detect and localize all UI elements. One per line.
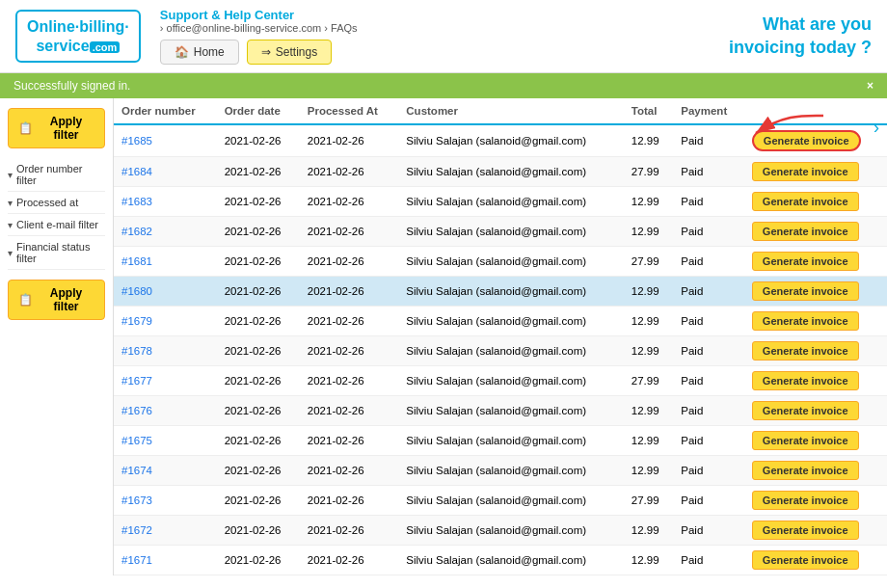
payment-cell: Paid [673,187,744,217]
close-success-button[interactable]: × [867,79,874,93]
generate-invoice-button[interactable]: Generate invoice [752,341,859,361]
order-link[interactable]: #1680 [121,285,152,297]
order-link[interactable]: #1672 [121,524,152,536]
generate-invoice-button[interactable]: Generate invoice [752,311,859,331]
support-email-link[interactable]: office@online-billing-service.com [167,22,322,34]
payment-cell: Paid [673,366,744,396]
chevron-right-button[interactable]: › [874,118,879,138]
payment-cell: Paid [673,157,744,187]
order-date-cell: 2021-02-26 [217,546,300,575]
order-number-filter[interactable]: Order number filter [8,158,105,192]
action-cell: Generate invoice [744,486,887,516]
table-row: #16832021-02-262021-02-26Silviu Salajan … [114,187,887,217]
total-cell: 12.99 [624,426,674,456]
settings-label: Settings [276,45,317,59]
action-cell: Generate invoice [744,187,887,217]
payment-cell: Paid [673,426,744,456]
order-id-cell: #1676 [114,396,217,426]
orders-table: Order number Order date Processed At Cus… [114,98,887,575]
generate-invoice-button[interactable]: Generate invoice [752,491,859,510]
order-link[interactable]: #1671 [121,554,152,566]
table-row: #16752021-02-262021-02-26Silviu Salajan … [114,426,887,456]
financial-status-filter-label: Financial status filter [16,241,105,264]
action-cell: Generate invoice [744,307,887,336]
table-row: #16732021-02-262021-02-26Silviu Salajan … [114,486,887,516]
order-id-cell: #1672 [114,516,217,546]
sidebar: 📋 Apply filter Order number filter Proce… [0,98,114,575]
client-email-filter-label: Client e-mail filter [16,219,98,230]
order-id-cell: #1677 [114,366,217,396]
order-id-cell: #1683 [114,187,217,217]
payment-cell: Paid [673,247,744,277]
table-row: #16812021-02-262021-02-26Silviu Salajan … [114,247,887,277]
payment-cell: Paid [673,307,744,336]
order-link[interactable]: #1682 [121,226,152,237]
col-order-number: Order number [114,98,217,124]
payment-cell: Paid [673,486,744,516]
order-link[interactable]: #1683 [121,196,152,207]
payment-cell: Paid [673,336,744,366]
order-link[interactable]: #1684 [121,166,152,177]
generate-invoice-button[interactable]: Generate invoice [752,162,859,181]
total-cell: 27.99 [624,247,674,277]
col-payment: Payment [673,98,744,124]
generate-invoice-button[interactable]: Generate invoice [752,281,859,301]
generate-invoice-button[interactable]: Generate invoice [752,252,859,271]
apply-filter-button-top[interactable]: 📋 Apply filter [8,108,105,148]
generate-invoice-button[interactable]: Generate invoice [752,130,861,151]
order-id-cell: #1681 [114,247,217,277]
action-cell: Generate invoice [744,336,887,366]
table-row: #16842021-02-262021-02-26Silviu Salajan … [114,157,887,187]
processed-at-filter[interactable]: Processed at [8,192,105,214]
order-date-cell: 2021-02-26 [217,396,300,426]
generate-invoice-button[interactable]: Generate invoice [752,550,859,570]
order-link[interactable]: #1678 [121,345,152,357]
customer-cell: Silviu Salajan (salanoid@gmail.com) [398,396,623,426]
filter-icon-top: 📋 [18,121,33,135]
home-label: Home [194,45,225,59]
processed-at-filter-label: Processed at [16,197,78,208]
action-cell: Generate invoice [744,426,887,456]
total-cell: 12.99 [624,277,674,307]
order-link[interactable]: #1674 [121,465,152,476]
client-email-filter[interactable]: Client e-mail filter [8,214,105,236]
order-id-cell: #1674 [114,456,217,486]
logo-com: .com [90,41,121,53]
order-link[interactable]: #1679 [121,315,152,327]
generate-invoice-button[interactable]: Generate invoice [752,401,859,420]
home-button[interactable]: 🏠 Home [160,40,239,65]
order-link[interactable]: #1677 [121,375,152,387]
order-date-cell: 2021-02-26 [217,366,300,396]
home-icon: 🏠 [175,45,189,59]
filter-icon-bottom: 📋 [18,293,33,307]
processed-at-cell: 2021-02-26 [300,217,399,247]
generate-invoice-button[interactable]: Generate invoice [752,521,859,540]
generate-invoice-button[interactable]: Generate invoice [752,222,859,241]
customer-cell: Silviu Salajan (salanoid@gmail.com) [398,157,623,187]
faqs-link[interactable]: FAQs [331,22,358,34]
order-link[interactable]: #1685 [121,135,152,147]
order-link[interactable]: #1673 [121,494,152,506]
nav-buttons: 🏠 Home ⇒ Settings [160,40,729,65]
apply-filter-button-bottom[interactable]: 📋 Apply filter [8,280,105,320]
settings-button[interactable]: ⇒ Settings [247,40,332,65]
generate-invoice-button[interactable]: Generate invoice [752,371,859,390]
order-id-cell: #1680 [114,277,217,307]
processed-at-cell: 2021-02-26 [300,516,399,546]
order-link[interactable]: #1681 [121,255,152,267]
order-id-cell: #1684 [114,157,217,187]
generate-invoice-button[interactable]: Generate invoice [752,461,859,480]
table-header-row: Order number Order date Processed At Cus… [114,98,887,124]
generate-invoice-button[interactable]: Generate invoice [752,192,859,211]
table-row: #16822021-02-262021-02-26Silviu Salajan … [114,217,887,247]
order-link[interactable]: #1676 [121,405,152,416]
order-date-cell: 2021-02-26 [217,456,300,486]
order-link[interactable]: #1675 [121,435,152,446]
financial-status-filter[interactable]: Financial status filter [8,236,105,270]
support-title: Support & Help Center [160,8,729,22]
generate-invoice-button[interactable]: Generate invoice [752,431,859,450]
payment-cell: Paid [673,217,744,247]
processed-at-cell: 2021-02-26 [300,187,399,217]
action-cell: Generate invoice [744,516,887,546]
payment-cell: Paid [673,516,744,546]
